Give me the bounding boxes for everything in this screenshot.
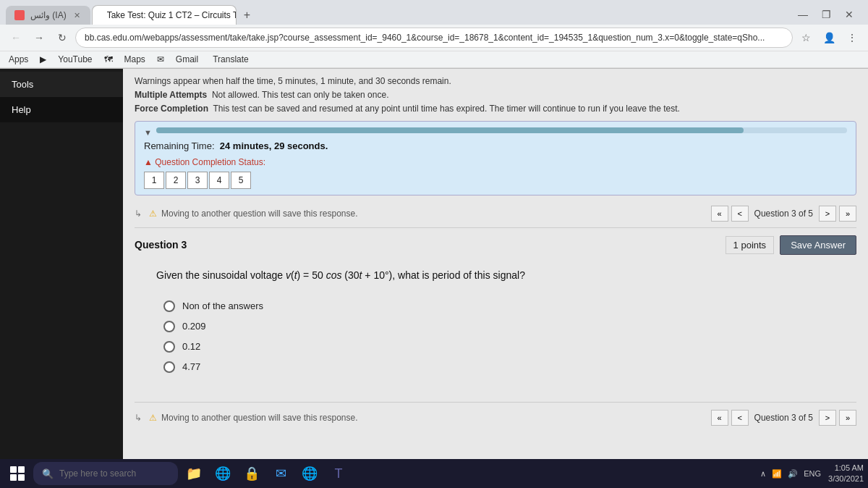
answer-option-2-label: 0.209 [182,321,206,332]
answer-option-1[interactable]: Non of the answers [163,300,835,312]
q-num-1[interactable]: 1 [144,172,164,189]
bookmarks-bar: Apps ▶ YouTube 🗺 Maps ✉ Gmail Translate [0,51,868,68]
profile-button[interactable]: 👤 [819,28,839,48]
taskbar-app-teams[interactable]: T [326,460,352,487]
q-num-4[interactable]: 4 [209,172,229,189]
question-nums: 1 2 3 4 5 [144,172,847,189]
radio-2[interactable] [163,321,175,332]
search-input[interactable] [59,468,168,479]
answer-option-1-label: Non of the answers [182,300,263,311]
mail-icon: ✉ [276,466,286,481]
q-num-5[interactable]: 5 [231,172,251,189]
taskbar: 🔍 📁 🌐 🔒 ✉ 🌐 T ∧ 📶 🔊 ENG 1:05 AM 3/30/202… [0,459,868,488]
q-num-3[interactable]: 3 [187,172,208,189]
search-icon: 🔍 [42,468,54,479]
top-save-message: ↳ ⚠ Moving to another question will save… [135,209,357,219]
remaining-time: Remaining Time: 24 minutes, 29 seconds. [144,140,847,151]
nav-last-button-bottom[interactable]: » [839,410,856,426]
tab-1-close[interactable]: ✕ [72,11,82,20]
answer-options: Non of the answers 0.209 0.12 4.77 [156,300,835,373]
answer-option-2[interactable]: 0.209 [163,321,835,332]
nav-next-button-bottom[interactable]: > [819,410,836,426]
nav-bar: ← → ↻ ☆ 👤 ⋮ [0,25,868,51]
teams-icon: T [335,466,343,481]
question-nav-label-top: Question 3 of 5 [752,209,816,219]
forward-button[interactable]: → [29,28,49,48]
tab-1-favicon [14,10,25,20]
network-icon[interactable]: 📶 [772,469,782,479]
restore-button[interactable]: ❐ [816,4,836,25]
question-body: Given the sinusoidal voltage v(t) = 50 c… [135,261,856,380]
taskbar-app-edge[interactable]: 🌐 [210,460,236,487]
save-answer-button[interactable]: Save Answer [780,235,856,255]
force-completion-label: Force Completion [135,104,208,114]
tab-2-label: Take Test: Quiz 1 CT2 – Circuits T [107,10,237,20]
bookmark-youtube[interactable]: YouTube [55,53,95,66]
bookmark-star-button[interactable]: ☆ [796,28,816,48]
start-button[interactable] [4,460,30,487]
answer-option-3[interactable]: 0.12 [163,341,835,353]
file-explorer-icon: 📁 [186,466,202,481]
volume-icon[interactable]: 🔊 [788,469,798,479]
top-save-message-text: Moving to another question will save thi… [161,209,357,219]
refresh-button[interactable]: ↻ [52,28,72,48]
taskbar-clock[interactable]: 1:05 AM 3/30/2021 [828,463,864,485]
store-icon: 🔒 [244,466,260,481]
close-window-button[interactable]: ✕ [839,4,859,25]
nav-prev-button-bottom[interactable]: < [731,410,749,426]
taskbar-app-mail[interactable]: ✉ [268,460,294,487]
completion-status: Question Completion Status: 1 2 3 4 5 [144,157,847,189]
address-bar[interactable] [75,28,793,48]
tab-2[interactable]: Take Test: Quiz 1 CT2 – Circuits T ✕ [92,5,237,25]
radio-4[interactable] [163,361,175,373]
new-tab-button[interactable]: + [238,6,256,25]
tab-1-label: وائس (IA) [30,10,67,20]
warning-line1: Warnings appear when half the time, 5 mi… [135,76,451,86]
question-text: Given the sinusoidal voltage v(t) = 50 c… [156,268,835,283]
back-button[interactable]: ← [6,28,26,48]
bookmark-maps[interactable]: Maps [122,53,148,66]
remaining-label: Remaining Time: [144,140,215,151]
nav-next-button-top[interactable]: > [819,206,836,222]
nav-first-button-top[interactable]: « [711,206,728,222]
sidebar-item-help[interactable]: Help [0,97,123,122]
answer-option-3-label: 0.12 [182,341,200,352]
taskbar-app-chrome[interactable]: 🌐 [297,460,323,487]
arrow-right-icon-bottom: ↳ [135,413,142,423]
lang-label: ENG [804,469,821,478]
taskbar-date-value: 3/30/2021 [828,474,864,484]
radio-1[interactable] [163,300,175,312]
edge-icon: 🌐 [215,466,231,481]
bottom-nav: ↳ ⚠ Moving to another question will save… [135,402,856,433]
timer-progress-outer [156,127,847,133]
force-completion-value: This test can be saved and resumed at an… [213,104,679,114]
taskbar-search[interactable]: 🔍 [33,462,178,485]
question-title: Question 3 [135,239,187,251]
bookmark-apps[interactable]: Apps [6,53,31,66]
bookmark-gmail[interactable]: Gmail [173,53,201,66]
minimize-button[interactable]: — [793,4,813,25]
page-layout: Tools Help Warnings appear when half the… [0,69,868,488]
bookmark-translate[interactable]: Translate [210,53,252,66]
nav-last-button-top[interactable]: » [839,206,856,222]
divider-top [135,227,856,228]
q-num-2[interactable]: 2 [166,172,186,189]
taskbar-app-store[interactable]: 🔒 [239,460,265,487]
notification-icon[interactable]: ∧ [760,469,766,479]
nav-first-button-bottom[interactable]: « [711,410,728,426]
top-question-nav: « < Question 3 of 5 > » [711,206,856,222]
answer-option-4-label: 4.77 [182,361,200,372]
tab-1[interactable]: وائس (IA) ✕ [6,6,90,25]
nav-prev-button-top[interactable]: < [731,206,749,222]
browser-chrome: وائس (IA) ✕ Take Test: Quiz 1 CT2 – Circ… [0,0,868,69]
timer-collapse-arrow[interactable]: ▼ [144,128,152,137]
radio-3[interactable] [163,341,175,353]
tab-bar: وائس (IA) ✕ Take Test: Quiz 1 CT2 – Circ… [0,0,868,25]
sidebar-item-tools[interactable]: Tools [0,72,123,97]
taskbar-app-explorer[interactable]: 📁 [181,460,207,487]
multiple-attempts-value: Not allowed. This test can only be taken… [212,90,389,100]
main-content: Warnings appear when half the time, 5 mi… [123,69,868,488]
answer-option-4[interactable]: 4.77 [163,361,835,373]
menu-button[interactable]: ⋮ [842,28,862,48]
warnings-text: Warnings appear when half the time, 5 mi… [135,75,856,117]
